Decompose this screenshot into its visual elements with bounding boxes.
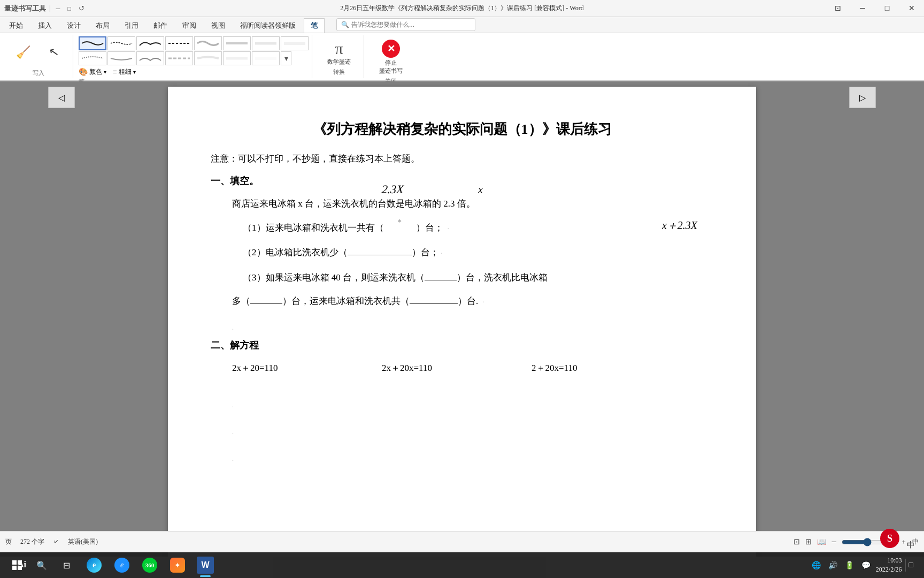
search-input[interactable] bbox=[351, 21, 458, 28]
ribbon-tabs: 开始 插入 设计 布局 引用 邮件 审阅 视图 福昕阅读器领鲜版 笔 🔍 bbox=[0, 17, 924, 33]
view-mode-read[interactable]: 📖 bbox=[817, 537, 826, 546]
pen-style-1[interactable] bbox=[79, 36, 106, 50]
pen-style-expand[interactable]: ▾ bbox=[281, 51, 291, 65]
pen-style-9[interactable] bbox=[79, 51, 106, 65]
work-line-1: · bbox=[232, 384, 713, 411]
view-mode-web[interactable]: ⊞ bbox=[805, 537, 812, 546]
app-icon: 量迹书写工具 bbox=[4, 4, 46, 13]
equation-2: 2x＋20x=110 bbox=[382, 360, 532, 377]
notification-icon[interactable]: 💬 bbox=[859, 559, 873, 572]
tab-pen[interactable]: 笔 bbox=[304, 18, 325, 33]
section1-q3-continued: 多（）台，运来电冰箱和洗衣机共（）台. · bbox=[232, 293, 713, 310]
sogou-icon[interactable]: S bbox=[880, 529, 902, 550]
tab-mail[interactable]: 邮件 bbox=[147, 18, 174, 33]
pen-style-3[interactable] bbox=[136, 36, 164, 50]
color-label: 颜色 bbox=[89, 67, 102, 77]
pen-style-8[interactable] bbox=[281, 36, 309, 50]
math-icon: π bbox=[335, 40, 343, 58]
tab-insert[interactable]: 插入 bbox=[31, 18, 59, 33]
pen-style-15[interactable] bbox=[252, 51, 280, 65]
section1-title: 一、填空。 bbox=[211, 174, 713, 187]
window-close-btn[interactable]: ✕ bbox=[899, 0, 924, 17]
view-toggle-btn[interactable]: ⊡ bbox=[826, 0, 850, 17]
palette-icon: 🎨 bbox=[79, 67, 88, 77]
taskbar-clock[interactable]: 10:03 2022/2/26 bbox=[876, 556, 902, 574]
restore-btn[interactable]: □ bbox=[65, 5, 73, 12]
title-bar: 量迹书写工具 | ─ □ ↺ 2月26日五年级数学《列方程解决稍复杂的实际问题（… bbox=[0, 0, 924, 17]
taskview-icon: ⊟ bbox=[63, 560, 70, 571]
fun-icon: ✦ bbox=[170, 558, 185, 573]
word-count: 272 个字 bbox=[20, 537, 44, 546]
view-mode-print[interactable]: ⊡ bbox=[794, 537, 800, 546]
math-ink-label: 数学墨迹 bbox=[327, 58, 351, 66]
eraser-button[interactable]: 🧹 bbox=[10, 43, 36, 62]
ribbon-toolbar: 🧹 ↖ 写入 bbox=[0, 33, 924, 81]
pen-style-2[interactable] bbox=[107, 36, 135, 50]
sogou-logo: S bbox=[880, 529, 899, 548]
network-icon[interactable]: 🌐 bbox=[810, 559, 823, 572]
taskbar-edge[interactable]: e bbox=[81, 552, 107, 578]
taskbar-word[interactable]: W bbox=[192, 552, 218, 578]
equation-1: 2x＋20=110 bbox=[232, 360, 382, 377]
handwriting-annotation-3: x＋2.3X bbox=[662, 216, 697, 235]
show-desktop-btn[interactable]: □ bbox=[905, 559, 915, 572]
volume-icon[interactable]: 🔊 bbox=[826, 559, 840, 572]
page-nav-right[interactable]: ▷ bbox=[849, 87, 876, 108]
empty-para-1: · bbox=[232, 317, 713, 333]
taskbar: 🔍 ⊟ e e 360 ✦ W Ai 🌐 🔊 🔋 💬 10:03 2022/2/… bbox=[0, 552, 924, 578]
tab-layout[interactable]: 布局 bbox=[89, 18, 117, 33]
pen-style-13[interactable] bbox=[194, 51, 222, 65]
proofread-icon[interactable]: 🗸 bbox=[53, 538, 59, 546]
pen-style-5[interactable] bbox=[194, 36, 222, 50]
pen-style-7[interactable] bbox=[252, 36, 280, 50]
tab-foxit[interactable]: 福昕阅读器领鲜版 bbox=[233, 18, 303, 33]
pen-style-4[interactable] bbox=[165, 36, 193, 50]
pen-style-6[interactable] bbox=[223, 36, 251, 50]
tab-review[interactable]: 审阅 bbox=[175, 18, 203, 33]
work-line-3: · bbox=[232, 438, 713, 465]
color-control[interactable]: 🎨 颜色 ▾ bbox=[79, 67, 106, 77]
window-restore-btn[interactable]: □ bbox=[875, 0, 899, 17]
tab-view[interactable]: 视图 bbox=[204, 18, 232, 33]
refresh-icon[interactable]: ↺ bbox=[76, 4, 87, 13]
ime-zh-label: 中 bbox=[907, 541, 914, 550]
write-group-label: 写入 bbox=[33, 69, 44, 77]
thickness-control[interactable]: ≡ 粗细 ▾ bbox=[113, 67, 136, 77]
section1-q1: （1）运来电冰箱和洗衣机一共有（ * ）台； x＋2.3X · bbox=[243, 220, 713, 237]
handwriting-annotation-2: x bbox=[478, 180, 483, 199]
thickness-label: 粗细 bbox=[119, 67, 132, 77]
pen-style-14[interactable] bbox=[223, 51, 251, 65]
stop-icon: ✕ bbox=[382, 40, 400, 58]
equations-row: 2x＋20=110 2x＋20x=110 2＋20x=110 bbox=[232, 360, 713, 377]
window-minimize-btn[interactable]: ─ bbox=[850, 0, 875, 17]
language-indicator[interactable]: 英语(美国) bbox=[68, 537, 98, 546]
pen-style-11[interactable] bbox=[136, 51, 164, 65]
section2-title: 二、解方程 bbox=[211, 339, 713, 352]
document-container: ◁ ▷ 《列方程解决稍复杂的实际问题（1）》课后练习 注意：可以不打印，不抄题，… bbox=[0, 81, 924, 557]
math-ink-button[interactable]: π 数学墨迹 bbox=[323, 37, 355, 68]
ai-label: Ai bbox=[18, 560, 26, 569]
tab-start[interactable]: 开始 bbox=[2, 18, 30, 33]
pen-style-10[interactable] bbox=[107, 51, 135, 65]
minimize-btn[interactable]: ─ bbox=[53, 5, 62, 12]
zoom-out-btn[interactable]: ─ bbox=[831, 538, 836, 546]
taskbar-taskview[interactable]: ⊟ bbox=[53, 552, 79, 578]
battery-icon[interactable]: 🔋 bbox=[843, 559, 856, 572]
taskbar-funapp[interactable]: ✦ bbox=[165, 552, 190, 578]
taskbar-360[interactable]: 360 bbox=[137, 552, 163, 578]
search-icon: 🔍 bbox=[341, 21, 349, 29]
window-title: 2月26日五年级数学《列方程解决稍复杂的实际问题（1）》课后练习 [兼容模式] … bbox=[340, 4, 583, 13]
document-title: 《列方程解决稍复杂的实际问题（1）》课后练习 bbox=[211, 119, 713, 140]
tab-design[interactable]: 设计 bbox=[60, 18, 88, 33]
pen-style-12[interactable] bbox=[165, 51, 193, 65]
status-bar: 页 272 个字 🗸 英语(美国) ⊡ ⊞ 📖 ─ ＋ 中 bbox=[0, 531, 924, 552]
stop-ink-button[interactable]: ✕ 停止 墨迹书写 bbox=[375, 37, 407, 77]
ai-indicator[interactable]: Ai bbox=[0, 551, 44, 578]
page-indicator: 页 bbox=[5, 537, 12, 546]
convert-group-label: 转换 bbox=[333, 68, 345, 76]
taskbar-ie[interactable]: e bbox=[109, 552, 135, 578]
select-object-button[interactable]: ↖ bbox=[41, 43, 67, 62]
title-bar-left: 量迹书写工具 | ─ □ ↺ bbox=[4, 4, 87, 13]
page-nav-left[interactable]: ◁ bbox=[48, 87, 75, 108]
tab-references[interactable]: 引用 bbox=[118, 18, 145, 33]
